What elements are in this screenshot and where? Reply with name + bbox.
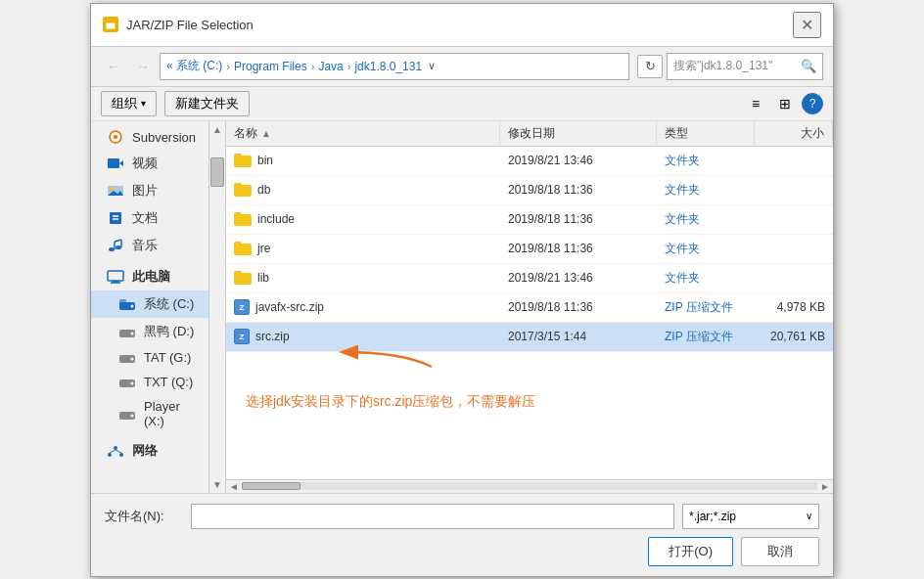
col-header-name[interactable]: 名称 ▲ bbox=[226, 121, 500, 146]
path-segment-1[interactable]: Program Files bbox=[234, 60, 307, 73]
table-row[interactable]: lib 2019/8/21 13:46 文件夹 bbox=[226, 264, 833, 293]
sidebar-item-label-drive-q: TXT (Q:) bbox=[144, 375, 193, 389]
bottom-panel: 文件名(N): *.jar;*.zip ∨ 打开(O) 取消 bbox=[91, 493, 833, 576]
path-bar[interactable]: « 系统 (C:) › Program Files › Java › jdk1.… bbox=[160, 53, 629, 80]
hscroll-thumb[interactable] bbox=[242, 482, 300, 490]
back-button[interactable]: ← bbox=[101, 55, 126, 78]
search-bar[interactable]: 搜索"jdk1.8.0_131" 🔍 bbox=[667, 53, 823, 80]
table-row[interactable]: Z src.zip 2017/3/15 1:44 ZIP 压缩文件 20,761… bbox=[226, 323, 833, 352]
title-bar: JAR/ZIP File Selection ✕ bbox=[91, 4, 833, 47]
drive-c-icon bbox=[118, 297, 136, 311]
hscroll-right-button[interactable]: ► bbox=[817, 481, 833, 492]
sidebar-item-subversion[interactable]: Subversion bbox=[91, 125, 208, 150]
filename-input[interactable] bbox=[191, 504, 674, 529]
sidebar-item-label-documents: 文档 bbox=[132, 209, 158, 227]
svg-point-7 bbox=[110, 187, 114, 191]
navigation-toolbar: ← → « 系统 (C:) › Program Files › Java › j… bbox=[91, 47, 833, 87]
file-date-javafx: 2019/8/18 11:36 bbox=[500, 298, 657, 316]
cancel-button[interactable]: 取消 bbox=[741, 537, 819, 566]
path-arrow-1: › bbox=[311, 61, 315, 72]
action-left: 组织 ▾ 新建文件夹 bbox=[101, 91, 250, 116]
file-size-include bbox=[755, 217, 833, 221]
scroll-down-button[interactable]: ▼ bbox=[209, 476, 225, 493]
filetype-dropdown-icon: ∨ bbox=[806, 511, 812, 521]
sidebar-item-drive-g[interactable]: TAT (G:) bbox=[91, 345, 208, 370]
open-button[interactable]: 打开(O) bbox=[648, 537, 733, 566]
dialog-title: JAR/ZIP File Selection bbox=[126, 18, 254, 32]
svg-point-31 bbox=[114, 446, 117, 450]
close-button[interactable]: ✕ bbox=[793, 12, 821, 38]
forward-button[interactable]: → bbox=[130, 55, 156, 78]
path-segment-0[interactable]: « 系统 (C:) bbox=[166, 58, 222, 74]
svg-rect-1 bbox=[106, 20, 111, 22]
buttons-row: 打开(O) 取消 bbox=[105, 537, 819, 566]
svg-point-30 bbox=[131, 414, 134, 417]
svg-line-14 bbox=[115, 240, 121, 242]
file-date-include: 2019/8/18 11:36 bbox=[500, 210, 657, 228]
sidebar-item-label-this-pc: 此电脑 bbox=[132, 268, 170, 286]
search-icon[interactable]: 🔍 bbox=[801, 59, 816, 73]
new-folder-button[interactable]: 新建文件夹 bbox=[164, 91, 250, 116]
path-dropdown-icon[interactable]: ∨ bbox=[428, 60, 436, 72]
sidebar-item-this-pc[interactable]: 此电脑 bbox=[91, 263, 208, 290]
sidebar-item-label-drive-d: 黑鸭 (D:) bbox=[144, 323, 194, 340]
path-segment-2[interactable]: Java bbox=[318, 60, 343, 73]
folder-icon bbox=[234, 242, 252, 255]
sidebar-item-videos[interactable]: 视频 bbox=[91, 150, 208, 177]
organize-button[interactable]: 组织 ▾ bbox=[101, 91, 157, 116]
svg-point-32 bbox=[108, 453, 112, 457]
path-arrow-2: › bbox=[347, 61, 351, 72]
sidebar-item-network[interactable]: 网络 bbox=[91, 437, 208, 465]
hscroll-track[interactable] bbox=[242, 482, 817, 490]
table-row[interactable]: include 2019/8/18 11:36 文件夹 bbox=[226, 205, 833, 235]
sidebar-scrollbar[interactable]: ▲ ▼ bbox=[209, 121, 226, 493]
filename-row: 文件名(N): *.jar;*.zip ∨ bbox=[105, 504, 819, 529]
sidebar-item-label-network: 网络 bbox=[132, 442, 158, 460]
file-size-jre bbox=[755, 246, 833, 250]
horizontal-scrollbar[interactable]: ◄ ► bbox=[226, 479, 833, 493]
table-row[interactable]: Z javafx-src.zip 2019/8/18 11:36 ZIP 压缩文… bbox=[226, 293, 833, 323]
filetype-select[interactable]: *.jar;*.zip ∨ bbox=[682, 504, 819, 529]
col-header-size[interactable]: 大小 bbox=[755, 121, 833, 146]
video-icon bbox=[107, 156, 124, 170]
file-type-lib: 文件夹 bbox=[657, 268, 755, 289]
scroll-thumb[interactable] bbox=[210, 157, 224, 187]
sidebar-item-music[interactable]: 音乐 bbox=[91, 232, 208, 259]
scroll-up-button[interactable]: ▲ bbox=[209, 121, 225, 138]
file-size-bin bbox=[755, 158, 833, 162]
table-row[interactable]: db 2019/8/18 11:36 文件夹 bbox=[226, 176, 833, 205]
grid-view-button[interactable]: ⊞ bbox=[772, 92, 798, 115]
col-header-type[interactable]: 类型 bbox=[657, 121, 755, 146]
svg-rect-17 bbox=[108, 271, 123, 281]
folder-icon bbox=[234, 154, 252, 167]
sidebar-item-pictures[interactable]: 图片 bbox=[91, 177, 208, 204]
svg-rect-21 bbox=[119, 299, 126, 304]
refresh-button[interactable]: ↻ bbox=[637, 55, 663, 78]
subversion-icon bbox=[107, 130, 124, 144]
main-content: Subversion 视频 bbox=[91, 121, 833, 493]
file-name-lib: lib bbox=[226, 269, 500, 287]
music-icon bbox=[107, 239, 124, 252]
sidebar-item-drive-d[interactable]: 黑鸭 (D:) bbox=[91, 318, 208, 345]
sidebar-item-label-videos: 视频 bbox=[132, 155, 158, 172]
dialog-icon bbox=[103, 17, 118, 32]
path-segment-3[interactable]: jdk1.8.0_131 bbox=[354, 60, 422, 73]
sidebar-item-drive-q[interactable]: TXT (Q:) bbox=[91, 370, 208, 394]
list-view-icon: ≡ bbox=[752, 96, 760, 111]
sidebar-item-label-drive-x: Player (X:) bbox=[144, 399, 199, 428]
list-view-button[interactable]: ≡ bbox=[743, 92, 768, 115]
sidebar-item-documents[interactable]: 文档 bbox=[91, 204, 208, 232]
help-button[interactable]: ? bbox=[802, 93, 823, 114]
file-name-db: db bbox=[226, 181, 500, 199]
table-row[interactable]: bin 2019/8/21 13:46 文件夹 bbox=[226, 147, 833, 176]
sidebar-item-drive-x[interactable]: Player (X:) bbox=[91, 394, 208, 433]
folder-icon bbox=[234, 271, 252, 285]
col-header-date[interactable]: 修改日期 bbox=[500, 121, 657, 146]
file-date-bin: 2019/8/21 13:46 bbox=[500, 152, 657, 169]
svg-point-33 bbox=[119, 453, 123, 457]
file-name-include: include bbox=[226, 210, 500, 228]
sidebar-item-system-c[interactable]: 系统 (C:) bbox=[91, 290, 208, 318]
hscroll-left-button[interactable]: ◄ bbox=[226, 481, 242, 492]
table-row[interactable]: jre 2019/8/18 11:36 文件夹 bbox=[226, 235, 833, 264]
sort-icon: ▲ bbox=[261, 128, 271, 139]
